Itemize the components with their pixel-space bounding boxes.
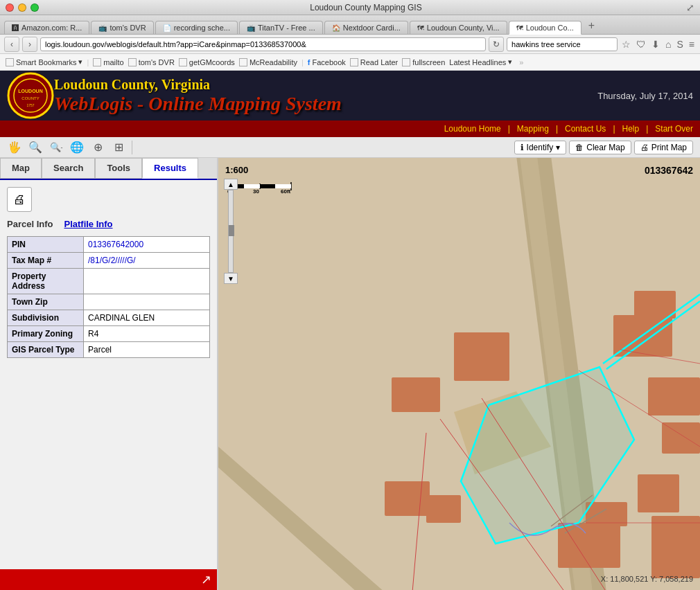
main-area: Map Search Tools Results 🖨 Parcel Info P…	[0, 158, 700, 590]
bookmark-mailto[interactable]: mailto	[93, 58, 123, 66]
safari-icon: S	[675, 37, 684, 51]
identify-icon: ℹ	[520, 143, 524, 152]
bookmark-check-dvr	[128, 58, 137, 66]
tab-loudoun1[interactable]: 🗺 Loudoun County, Vi...	[410, 21, 507, 34]
facebook-icon: f	[308, 58, 310, 66]
nav-mapping[interactable]: Mapping	[517, 124, 549, 134]
panel-tab-search[interactable]: Search	[42, 158, 95, 179]
menu-icon[interactable]: ≡	[688, 37, 696, 51]
scale-ratio: 1:600	[225, 165, 295, 175]
bookmark-check-mc	[239, 58, 247, 66]
address-bar: ‹ › ↻ ☆ 🛡 ⬇ ⌂ S ≡	[0, 35, 700, 54]
panel-tab-results[interactable]: Results	[142, 158, 198, 179]
bookmark-headlines[interactable]: Latest Headlines ▾	[449, 57, 512, 66]
redirect-icon[interactable]: ↗	[201, 572, 211, 587]
field-townzip-label: Town Zip	[8, 294, 84, 310]
window-controls	[6, 3, 39, 12]
minimize-button[interactable]	[18, 3, 26, 12]
forward-button[interactable]: ›	[22, 37, 37, 52]
nav-startover[interactable]: Start Over	[655, 124, 693, 134]
tab-label-recording: recording sche...	[174, 24, 230, 32]
tab-label-loudoun1: Loudoun County, Vi...	[427, 24, 500, 32]
tab-favicon-loudoun2: 🗺	[516, 24, 523, 32]
more-bookmarks[interactable]: »	[519, 58, 523, 66]
refresh-button[interactable]: ↻	[489, 37, 504, 52]
download-icon[interactable]: ⬇	[650, 37, 661, 51]
bookmark-check-smart	[6, 58, 14, 66]
zoom-thumb[interactable]	[229, 225, 234, 236]
tab-favicon-dvr: 📺	[98, 24, 107, 32]
bm-sep-1: |	[87, 58, 89, 66]
field-subdivision-value: CARDINAL GLEN	[84, 310, 210, 326]
tab-titantv[interactable]: 📺 TitanTV - Free ...	[239, 21, 323, 34]
zoom-drag-tool[interactable]: ⊞	[111, 140, 126, 155]
tab-nextdoor[interactable]: 🏠 Nextdoor Cardi...	[324, 21, 408, 34]
bookmark-fullscreen[interactable]: fullscreen	[402, 58, 445, 66]
svg-rect-39	[260, 184, 275, 188]
info-tab-parcel[interactable]: Parcel Info	[7, 219, 53, 229]
field-taxmap-label: Tax Map #	[8, 253, 84, 269]
new-tab-button[interactable]: +	[583, 17, 600, 34]
zoom-down-button[interactable]: ▼	[224, 273, 238, 284]
panel-tabs: Map Search Tools Results	[0, 158, 217, 180]
pan-tool[interactable]: 🖐	[7, 140, 22, 155]
zoom-out-tool[interactable]: 🔍-	[49, 140, 64, 155]
home-icon[interactable]: ⌂	[664, 37, 672, 51]
panel-tab-tools[interactable]: Tools	[95, 158, 142, 179]
bookmark-check-fs	[402, 58, 410, 66]
field-taxmap-value: /81/G/2/////G/	[84, 253, 210, 269]
shield-icon: 🛡	[635, 37, 647, 51]
print-button[interactable]: 🖨	[7, 187, 32, 212]
info-tabs: Parcel Info Platfile Info	[7, 219, 210, 229]
map-area[interactable]: 1:600 0 30 60ft ▲ ▼ 0133	[218, 158, 700, 590]
search-input[interactable]	[507, 37, 618, 51]
clear-map-button[interactable]: 🗑 Clear Map	[569, 141, 631, 154]
tab-amazon[interactable]: 🅰 Amazon.com: R...	[4, 21, 89, 34]
app-title-area: Loudoun County, Virginia WebLogis - Onli…	[54, 77, 597, 115]
url-input[interactable]	[40, 37, 486, 51]
bookmark-gmcoords[interactable]: getGMcoords	[179, 58, 235, 66]
field-subdivision-label: Subdivision	[8, 310, 84, 326]
close-button[interactable]	[6, 3, 14, 12]
bookmark-check-gm	[179, 58, 187, 66]
zoom-track[interactable]	[228, 190, 234, 273]
bookmark-facebook[interactable]: f Facebook	[308, 58, 346, 66]
map-pin-label: 013367642	[645, 165, 693, 176]
tab-favicon-recording: 📄	[163, 24, 171, 32]
bookmark-dvr[interactable]: tom's DVR	[128, 58, 175, 66]
svg-text:30: 30	[253, 188, 259, 195]
nav-contact[interactable]: Contact Us	[565, 124, 606, 134]
resize-icon: ⤢	[686, 2, 694, 13]
bookmark-mcread[interactable]: McReadability	[239, 58, 297, 66]
bookmark-smart[interactable]: Smart Bookmarks ▾	[6, 57, 82, 66]
clear-map-label: Clear Map	[586, 143, 624, 152]
bookmark-readlater[interactable]: Read Later	[350, 58, 398, 66]
tab-bar: 🅰 Amazon.com: R... 📺 tom's DVR 📄 recordi…	[0, 15, 700, 35]
identify-button[interactable]: ℹ Identify ▾	[514, 141, 567, 154]
print-map-button[interactable]: 🖨 Print Map	[634, 141, 693, 154]
globe-tool[interactable]: 🌐	[69, 140, 85, 155]
maximize-button[interactable]	[30, 3, 39, 12]
panel-content: 🖨 Parcel Info Platfile Info PIN 01336764…	[0, 180, 217, 569]
field-parceltype-value: Parcel	[84, 342, 210, 358]
tab-recording[interactable]: 📄 recording sche...	[155, 21, 238, 34]
tab-favicon-titantv: 📺	[247, 24, 255, 32]
nav-help[interactable]: Help	[622, 124, 640, 134]
identify-label: Identify	[527, 143, 554, 152]
nav-home[interactable]: Loudoun Home	[444, 124, 501, 134]
info-tab-platfile[interactable]: Platfile Info	[64, 219, 112, 229]
panel-tab-map[interactable]: Map	[0, 158, 42, 179]
bookmark-label-hl: Latest Headlines	[449, 58, 506, 66]
app-logo: LOUDOUN COUNTY 1757	[7, 72, 54, 119]
star-icon[interactable]: ☆	[620, 37, 632, 51]
tab-label-titantv: TitanTV - Free ...	[258, 24, 315, 32]
tab-dvr[interactable]: 📺 tom's DVR	[91, 21, 153, 34]
back-button[interactable]: ‹	[4, 37, 19, 52]
zoom-control[interactable]: ▲ ▼	[224, 179, 238, 284]
zoom-up-button[interactable]: ▲	[224, 179, 238, 190]
bookmark-label-gm: getGMcoords	[189, 58, 235, 66]
left-panel: Map Search Tools Results 🖨 Parcel Info P…	[0, 158, 218, 590]
tab-loudoun2[interactable]: 🗺 Loudoun Co...	[509, 21, 581, 35]
zoom-select-tool[interactable]: ⊕	[90, 140, 105, 155]
zoom-in-tool[interactable]: 🔍	[28, 140, 43, 155]
